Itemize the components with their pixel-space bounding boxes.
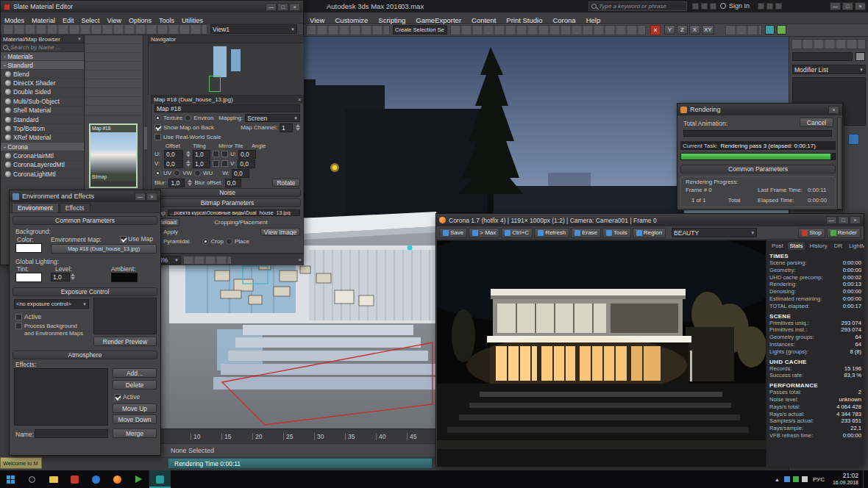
merge-button[interactable]: Merge xyxy=(113,428,157,438)
browser-header[interactable]: Material/Map Browser▼ xyxy=(1,35,84,43)
map-channel-field[interactable]: 1 xyxy=(280,123,293,132)
browser-search[interactable] xyxy=(1,43,84,52)
common-parameters-rollout[interactable]: Common Parameters xyxy=(13,216,157,225)
v-tiling-field[interactable]: 1,0 xyxy=(193,159,210,168)
close-button[interactable]: × xyxy=(289,3,300,11)
view-image-button[interactable]: View Image xyxy=(260,228,300,236)
close-button[interactable]: × xyxy=(855,2,866,10)
params-titlebar[interactable]: Map #18 (Dual_house_13.jpg) × xyxy=(152,96,303,104)
v-tile-checkbox[interactable] xyxy=(221,160,228,167)
atmosphere-rollout[interactable]: Atmosphere xyxy=(13,351,157,359)
map-name-field[interactable]: Map #18 xyxy=(154,104,300,112)
v-offset-spinner[interactable] xyxy=(185,159,191,168)
uv-radio[interactable] xyxy=(154,170,161,176)
map-channel-spinner[interactable] xyxy=(295,123,300,132)
tab-effects[interactable]: Effects xyxy=(60,203,90,212)
tray-expand-icon[interactable]: ▲ xyxy=(775,477,780,482)
minimize-button[interactable]: — xyxy=(135,193,146,201)
u-tiling-field[interactable]: 1,0 xyxy=(193,150,210,159)
material-item[interactable]: DirectX Shader xyxy=(1,79,84,87)
u-offset-spinner[interactable] xyxy=(185,150,191,158)
level-spinner[interactable] xyxy=(70,273,75,281)
tint-swatch[interactable] xyxy=(15,273,42,282)
render-button[interactable]: Render xyxy=(827,228,861,238)
material-item[interactable]: Shell Material xyxy=(1,107,84,115)
axis-button[interactable]: Y xyxy=(664,25,675,35)
real-world-checkbox[interactable] xyxy=(154,134,161,140)
axis-button[interactable]: XY xyxy=(702,25,714,35)
blur-offset-field[interactable]: 0,0 xyxy=(225,179,241,187)
bitmap-path-button[interactable]: ...роекта курса\Основные виды\Dual_house… xyxy=(168,209,300,216)
material-item[interactable]: CoronaHairMtl xyxy=(1,151,84,160)
community-icon[interactable] xyxy=(710,3,716,10)
material-item[interactable]: Multi/Sub-Object xyxy=(1,97,84,106)
delete-button[interactable]: Delete xyxy=(113,380,157,390)
corona-toolbar-button[interactable]: Save xyxy=(439,228,467,238)
autodesk-app-icon[interactable] xyxy=(64,470,85,488)
close-icon[interactable]: × xyxy=(298,256,302,263)
wu-radio[interactable] xyxy=(194,170,201,176)
rotate-button[interactable]: Rotate xyxy=(272,179,300,187)
tray-volume-icon[interactable] xyxy=(793,476,799,482)
corona-toolbar-button[interactable]: > Max xyxy=(469,228,499,238)
stats-tab[interactable]: LightMix xyxy=(847,242,864,250)
search-input[interactable] xyxy=(599,3,684,10)
u-offset-field[interactable]: 0,0 xyxy=(164,150,183,159)
language-indicator[interactable]: РУС xyxy=(813,476,825,483)
minimize-button[interactable]: — xyxy=(826,216,837,224)
mapping-combo[interactable]: Screen▼ xyxy=(245,114,300,122)
node-title[interactable]: Map #18 xyxy=(90,125,136,132)
crop-radio[interactable] xyxy=(202,238,209,245)
modifier-list-combo[interactable]: Modifier List▼ xyxy=(792,65,866,74)
v-mirror-checkbox[interactable] xyxy=(213,160,219,167)
corona-titlebar[interactable]: Corona 1.7 (hotfix 4) | 1191× 1000px (1:… xyxy=(436,214,864,226)
axis-button[interactable]: X xyxy=(689,25,700,35)
close-button[interactable]: × xyxy=(828,106,839,114)
material-item[interactable]: Blend xyxy=(1,70,84,79)
object-name-field[interactable] xyxy=(792,52,853,61)
close-button[interactable]: × xyxy=(146,193,157,201)
v-offset-field[interactable]: 0,0 xyxy=(164,159,183,168)
effect-active-checkbox[interactable] xyxy=(114,394,121,401)
stop-button[interactable]: Stop xyxy=(798,228,825,238)
material-item[interactable]: XRef Material xyxy=(1,134,84,143)
add-button[interactable]: Add... xyxy=(113,368,157,378)
corona-toolbar-button[interactable]: Erase xyxy=(571,228,601,238)
process-background-checkbox[interactable] xyxy=(15,323,22,329)
move-up-button[interactable]: Move Up xyxy=(113,403,157,413)
start-button[interactable] xyxy=(0,470,21,488)
tray-network-icon[interactable] xyxy=(784,476,790,482)
category-materials[interactable]: - Materials xyxy=(1,52,84,61)
dialog-scrollbar[interactable] xyxy=(837,117,842,209)
favorites-icon[interactable] xyxy=(701,3,708,10)
move-down-button[interactable]: Move Down xyxy=(113,415,157,424)
exposure-control-rollout[interactable]: Exposure Control xyxy=(13,287,157,296)
3dsmax-taskbar-icon[interactable] xyxy=(149,470,171,488)
effects-list[interactable] xyxy=(14,368,108,426)
exposure-active-checkbox[interactable] xyxy=(15,314,22,320)
category-standard[interactable]: - Standard xyxy=(1,61,84,70)
minimize-button[interactable]: — xyxy=(266,3,277,11)
material-item[interactable]: Standard xyxy=(1,115,84,124)
object-color-swatch[interactable] xyxy=(855,52,865,61)
level-field[interactable]: 1,0 xyxy=(51,273,70,281)
maximize-button[interactable]: □ xyxy=(838,216,849,224)
rendering-titlebar[interactable]: Rendering × xyxy=(677,104,842,115)
place-radio[interactable] xyxy=(226,238,232,245)
status-icons[interactable] xyxy=(183,256,232,265)
workspace-icon[interactable] xyxy=(775,3,782,10)
effect-name-field[interactable] xyxy=(35,429,108,438)
apps-icon[interactable] xyxy=(758,3,764,10)
material-item[interactable]: CoronaLightMtl xyxy=(1,170,84,179)
navigator-header[interactable]: Navigator xyxy=(149,35,304,43)
use-map-checkbox[interactable] xyxy=(120,236,127,243)
blur-field[interactable]: 1,0 xyxy=(168,179,185,187)
render-teapot-icon[interactable] xyxy=(765,25,775,35)
firefox-icon[interactable] xyxy=(107,470,128,488)
navigator-minimap[interactable] xyxy=(149,43,304,95)
background-color-swatch[interactable] xyxy=(15,243,42,253)
render-preview-button[interactable]: Render Preview xyxy=(93,337,157,346)
tray-notification-icon[interactable] xyxy=(802,476,808,482)
corona-toolbar-button[interactable]: Region xyxy=(633,228,666,238)
vw-radio[interactable] xyxy=(174,170,180,176)
